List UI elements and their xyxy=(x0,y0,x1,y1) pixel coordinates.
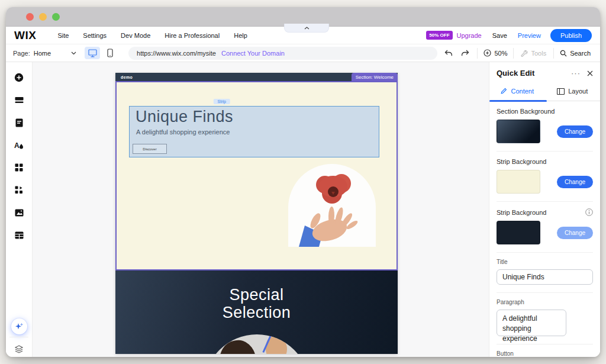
page-dropdown-chevron[interactable] xyxy=(71,51,76,55)
section-tag[interactable]: Section: Welcome xyxy=(352,73,398,81)
change-section-background-button[interactable]: Change xyxy=(557,125,593,138)
redo-button[interactable] xyxy=(457,50,473,57)
pencil-icon xyxy=(500,88,507,95)
add-section-button[interactable] xyxy=(14,95,24,105)
layout-icon xyxy=(557,88,565,95)
add-section-icon xyxy=(15,96,24,104)
menu-dev-mode[interactable]: Dev Mode xyxy=(121,32,150,39)
strip-background-1-label: Strip Background xyxy=(497,158,593,165)
model-hair xyxy=(217,338,259,354)
change-strip-background-1-button[interactable]: Change xyxy=(557,176,593,188)
strip-tag[interactable]: Strip xyxy=(214,99,230,104)
editor-canvas[interactable]: demo Section: Welcome Strip Unique Finds… xyxy=(33,62,489,357)
layers-button[interactable] xyxy=(14,345,24,353)
search-button[interactable]: Search xyxy=(557,50,593,57)
more-options-icon[interactable]: ··· xyxy=(571,69,581,78)
pages-button[interactable] xyxy=(14,118,24,127)
editor-toolbar: Page: Home https://www.wix.com/mysite Co… xyxy=(6,44,600,62)
add-elements-icon xyxy=(14,73,24,82)
undo-icon xyxy=(444,50,453,57)
menu-hire-a-professional[interactable]: Hire a Professional xyxy=(165,32,220,39)
tools-label: Tools xyxy=(531,50,546,57)
special-line-2: Selection xyxy=(115,304,398,321)
undo-button[interactable] xyxy=(440,50,457,57)
notification-bar-handle[interactable] xyxy=(284,24,329,33)
site-logo-text: demo xyxy=(121,75,133,79)
strip-background-2-label: Strip Background xyxy=(497,209,546,216)
app-market-icon xyxy=(15,163,23,172)
publish-button[interactable]: Publish xyxy=(550,29,592,42)
desktop-view-button[interactable] xyxy=(85,47,100,59)
change-strip-background-2-button[interactable]: Change xyxy=(557,227,593,239)
cms-button[interactable] xyxy=(14,230,24,240)
tab-layout[interactable]: Layout xyxy=(545,82,601,101)
hero-image[interactable] xyxy=(288,164,376,247)
page-label: Page: xyxy=(13,50,30,57)
close-icon[interactable] xyxy=(587,70,593,76)
upgrade-link[interactable]: Upgrade xyxy=(457,32,482,39)
special-selection-title[interactable]: Special Selection xyxy=(115,270,398,321)
connect-domain-link[interactable]: Connect Your Domain xyxy=(221,50,285,57)
preview-button[interactable]: Preview xyxy=(518,32,541,39)
app-market-button[interactable] xyxy=(14,163,24,172)
desktop-icon xyxy=(88,49,97,57)
image-button[interactable] xyxy=(14,208,24,217)
page-selector[interactable]: Home xyxy=(34,50,51,57)
site-url: https://www.wix.com/mysite xyxy=(137,50,216,57)
offer-badge: 50% OFF xyxy=(426,31,452,40)
site-design-button[interactable]: A xyxy=(14,140,24,150)
image-icon xyxy=(15,209,24,217)
panel-title: Quick Edit xyxy=(497,69,571,78)
circle-image[interactable] xyxy=(204,334,310,354)
quick-edit-body: Section Background Change Strip Backgrou… xyxy=(489,101,600,357)
search-label: Search xyxy=(570,50,591,57)
editor-window: WIX Site Settings Dev Mode Hire a Profes… xyxy=(6,7,600,357)
info-icon[interactable] xyxy=(585,208,593,216)
mobile-view-button[interactable] xyxy=(102,47,118,59)
menu-help[interactable]: Help xyxy=(234,32,247,39)
site-url-bar[interactable]: https://www.wix.com/mysite Connect Your … xyxy=(128,47,437,60)
fullscreen-window-button[interactable] xyxy=(52,13,60,21)
special-selection-section[interactable]: Special Selection xyxy=(115,270,398,354)
hand-flower-illustration xyxy=(288,164,376,247)
section-background-swatch[interactable] xyxy=(497,120,540,143)
save-button[interactable]: Save xyxy=(492,32,507,39)
hero-title[interactable]: Unique Finds xyxy=(136,108,379,126)
add-elements-button[interactable] xyxy=(14,73,24,82)
layers-icon xyxy=(14,345,24,353)
special-line-1: Special xyxy=(115,286,398,304)
media-button[interactable] xyxy=(14,185,24,195)
hero-strip[interactable]: Strip Unique Finds A delightful shopping… xyxy=(129,106,379,157)
quick-edit-panel: Quick Edit ··· Content Layout xyxy=(489,62,600,357)
section-background-group: Section Background Change xyxy=(497,101,593,152)
minimize-window-button[interactable] xyxy=(39,13,47,21)
discover-button[interactable]: Discover xyxy=(133,144,167,154)
zoom-level: 50% xyxy=(494,50,507,57)
title-input[interactable] xyxy=(497,269,593,285)
menu-site[interactable]: Site xyxy=(57,32,69,39)
strip-background-2-swatch[interactable] xyxy=(497,221,540,244)
zoom-plus-icon xyxy=(483,49,491,57)
site-preview[interactable]: demo Section: Welcome Strip Unique Finds… xyxy=(115,73,398,354)
strip-background-group-1: Strip Background Change xyxy=(497,152,593,202)
paragraph-field-group: Paragraph A delightful shopping experien… xyxy=(497,293,593,344)
section-background-label: Section Background xyxy=(497,108,593,115)
ai-assistant-button[interactable] xyxy=(11,318,27,334)
close-window-button[interactable] xyxy=(26,13,34,21)
tab-content[interactable]: Content xyxy=(489,82,545,101)
welcome-section[interactable]: Section: Welcome Strip Unique Finds A de… xyxy=(115,81,398,270)
chevron-down-icon xyxy=(71,51,76,55)
tools-button[interactable]: Tools xyxy=(517,50,550,57)
menu-settings[interactable]: Settings xyxy=(83,32,107,39)
wix-logo[interactable]: WIX xyxy=(14,29,36,42)
left-sidebar: A xyxy=(6,62,33,357)
paragraph-input[interactable]: A delightful shopping experience xyxy=(497,310,566,336)
zoom-control[interactable]: 50% xyxy=(481,49,510,57)
media-icon xyxy=(15,186,23,194)
ai-sparkle-icon xyxy=(15,322,24,331)
hero-subtitle[interactable]: A delightful shopping experience xyxy=(136,128,379,136)
flower xyxy=(316,174,351,204)
redo-icon xyxy=(461,50,469,57)
strip-background-1-swatch[interactable] xyxy=(497,170,540,194)
wrench-icon xyxy=(521,50,528,57)
